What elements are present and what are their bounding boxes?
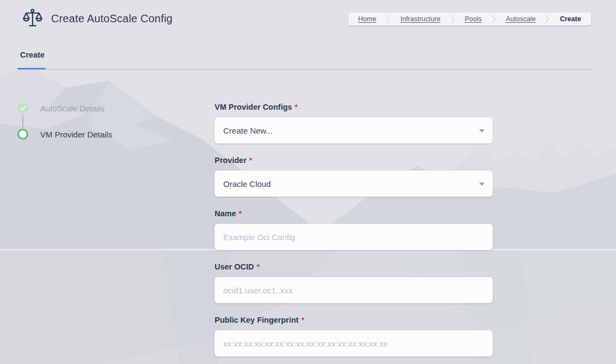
required-asterisk: * [239,209,242,218]
required-asterisk: * [257,262,260,271]
breadcrumb: Home Infrastructure Pools Autoscale Crea… [348,12,591,26]
breadcrumb-create-current: Create [560,15,581,23]
required-asterisk: * [249,156,253,165]
app-header: Create AutoScale Config [22,8,173,29]
field-user-ocid: User OCID* [215,262,493,303]
field-label-text: VM Provider Configs [215,103,292,111]
vm-provider-form: VM Provider Configs* Create New... Provi… [215,103,493,364]
active-tab-indicator [17,68,46,70]
select-value: Create New... [223,126,273,135]
field-label: User OCID* [215,262,493,272]
public-key-fingerprint-input[interactable] [215,330,493,356]
tab-create[interactable]: Create [20,51,45,59]
tab-divider [17,69,592,70]
required-asterisk: * [301,316,305,324]
step-label: AutoScale Details [40,104,104,113]
field-label-text: Name [215,209,236,218]
breadcrumb-home[interactable]: Home [358,15,376,23]
chevron-right-icon [450,15,455,23]
user-ocid-input[interactable] [215,277,493,303]
step-vm-provider-details[interactable]: VM Provider Details [17,129,112,140]
field-label-text: Public Key Fingerprint [215,316,299,324]
breadcrumb-pools[interactable]: Pools [464,15,481,23]
required-asterisk: * [295,103,298,111]
chevron-right-icon [386,15,391,23]
breadcrumb-autoscale[interactable]: Autoscale [506,15,536,23]
page-title: Create AutoScale Config [51,12,173,25]
breadcrumb-infrastructure[interactable]: Infrastructure [400,15,441,23]
check-icon [17,103,28,114]
provider-select[interactable]: Oracle Cloud [215,171,493,197]
caret-down-icon [479,183,485,186]
balance-scale-icon [22,8,43,29]
step-label: VM Provider Details [40,130,112,139]
name-input[interactable] [215,224,493,250]
field-label: Public Key Fingerprint* [215,316,493,325]
field-label: Provider* [215,156,493,165]
field-name: Name* [215,209,493,250]
caret-down-icon [479,129,485,133]
field-vm-provider-configs: VM Provider Configs* Create New... [215,103,493,143]
active-step-circle-icon [17,129,28,140]
vm-provider-configs-select[interactable]: Create New... [215,117,493,143]
field-label: Name* [215,209,493,218]
field-label: VM Provider Configs* [215,103,493,112]
step-autoscale-details[interactable]: AutoScale Details [17,103,104,114]
stepper-connector [22,115,23,128]
chevron-right-icon [545,15,550,23]
chevron-right-icon [492,15,496,23]
field-label-text: User OCID [215,262,254,271]
field-public-key-fingerprint: Public Key Fingerprint* [215,316,493,356]
field-label-text: Provider [215,156,247,165]
select-value: Oracle Cloud [223,179,271,189]
field-provider: Provider* Oracle Cloud [215,156,493,197]
